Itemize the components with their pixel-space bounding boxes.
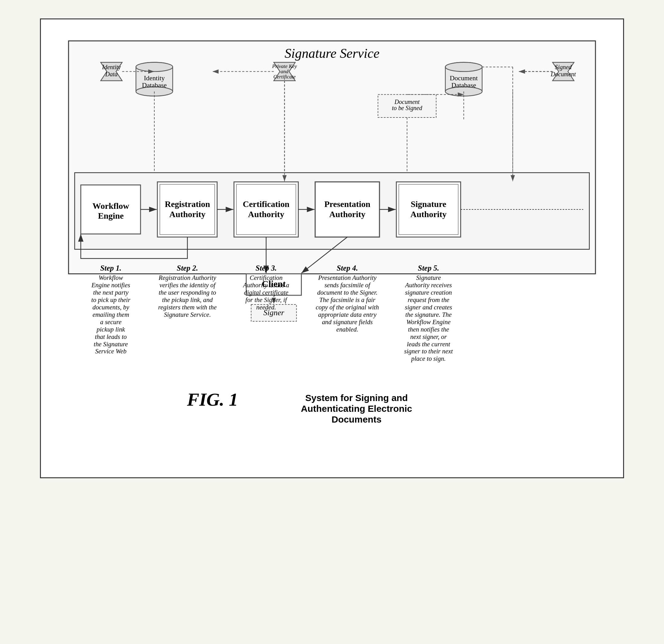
page: Signature Service Identity Data Identity… <box>40 18 624 478</box>
svg-text:Service Web: Service Web <box>95 347 127 355</box>
svg-text:that leads to: that leads to <box>95 333 127 340</box>
svg-text:then notifies the: then notifies the <box>408 326 449 333</box>
svg-text:Engine: Engine <box>98 211 124 221</box>
svg-point-24 <box>445 62 482 72</box>
svg-text:Authority receives: Authority receives <box>404 281 452 289</box>
svg-text:the next party: the next party <box>93 289 129 296</box>
svg-text:place to sign.: place to sign. <box>411 355 446 362</box>
svg-text:Certification: Certification <box>243 199 290 209</box>
svg-text:Signature: Signature <box>411 199 447 209</box>
svg-text:Authority: Authority <box>329 209 366 219</box>
svg-text:the Signature: the Signature <box>94 340 128 348</box>
svg-text:Authority issues a: Authority issues a <box>243 281 289 289</box>
svg-text:pickup link: pickup link <box>96 326 125 333</box>
svg-text:Document: Document <box>550 71 576 78</box>
svg-text:Identity: Identity <box>144 74 165 82</box>
svg-text:the pickup link, and: the pickup link, and <box>162 296 213 304</box>
svg-text:digital certificate: digital certificate <box>244 289 288 296</box>
svg-text:Database: Database <box>451 81 476 89</box>
svg-text:verifies the identity of: verifies the identity of <box>160 281 216 289</box>
svg-text:Step 4.: Step 4. <box>337 264 358 272</box>
svg-text:Documents: Documents <box>331 414 381 424</box>
svg-text:Step 5.: Step 5. <box>418 264 439 272</box>
main-diagram-svg: Signature Service Identity Data Identity… <box>65 38 599 451</box>
svg-text:Signed: Signed <box>555 64 572 71</box>
svg-text:documents, by: documents, by <box>92 304 129 311</box>
svg-text:request from the: request from the <box>408 296 449 304</box>
svg-text:Presentation Authority: Presentation Authority <box>318 274 377 281</box>
svg-text:next signer, or: next signer, or <box>410 333 447 340</box>
svg-text:System for Signing and: System for Signing and <box>305 393 408 403</box>
signature-service-title: Signature Service <box>285 46 380 61</box>
svg-text:FIG. 1: FIG. 1 <box>187 389 238 410</box>
svg-text:copy of the original with: copy of the original with <box>316 304 379 311</box>
svg-text:Workflow: Workflow <box>99 274 123 281</box>
svg-text:registers them with the: registers them with the <box>158 304 216 311</box>
svg-text:signature creation: signature creation <box>405 289 452 296</box>
svg-text:Signature: Signature <box>416 274 441 281</box>
svg-point-9 <box>136 62 173 72</box>
svg-text:and signature fields: and signature fields <box>322 318 373 326</box>
svg-text:leads the current: leads the current <box>407 340 450 348</box>
svg-text:Document: Document <box>394 98 420 105</box>
svg-text:Document: Document <box>450 74 478 82</box>
svg-text:Certification: Certification <box>250 274 283 281</box>
svg-text:Registration Authority: Registration Authority <box>158 274 216 281</box>
svg-text:to be Signed: to be Signed <box>392 105 423 112</box>
svg-text:Authenticating Electronic: Authenticating Electronic <box>301 403 412 414</box>
svg-text:emailing them: emailing them <box>92 311 129 318</box>
svg-text:Authority: Authority <box>169 209 206 219</box>
svg-text:Step 3.: Step 3. <box>255 264 277 272</box>
svg-text:a secure: a secure <box>100 318 121 326</box>
svg-text:sends facsimile of: sends facsimile of <box>324 281 371 289</box>
svg-text:Presentation: Presentation <box>324 199 370 209</box>
diagram-wrapper: Signature Service Identity Data Identity… <box>65 38 599 453</box>
svg-text:for the Signer, if: for the Signer, if <box>245 296 288 304</box>
svg-text:Signature Service.: Signature Service. <box>164 311 211 318</box>
svg-text:Step 1.: Step 1. <box>100 264 121 272</box>
svg-text:Certificate: Certificate <box>273 74 296 80</box>
svg-text:Engine notifies: Engine notifies <box>91 281 130 289</box>
svg-text:Authority: Authority <box>248 209 284 219</box>
svg-text:Data: Data <box>105 71 118 78</box>
svg-text:signer and creates: signer and creates <box>405 304 452 311</box>
svg-text:appropriate data entry: appropriate data entry <box>318 311 377 318</box>
svg-text:Database: Database <box>142 81 167 89</box>
svg-text:the signature. The: the signature. The <box>406 311 452 318</box>
svg-text:needed.: needed. <box>256 304 276 311</box>
svg-text:document to the Signer.: document to the Signer. <box>317 289 377 296</box>
svg-text:Registration: Registration <box>165 199 210 209</box>
svg-text:Authority: Authority <box>410 209 447 219</box>
svg-text:signer to their next: signer to their next <box>404 347 453 355</box>
svg-text:Step 2.: Step 2. <box>177 264 198 272</box>
svg-text:Identity: Identity <box>102 64 121 71</box>
svg-text:the user responding to: the user responding to <box>159 289 216 296</box>
svg-text:to pick up their: to pick up their <box>91 296 131 304</box>
svg-text:The facsimile is a fair: The facsimile is a fair <box>319 296 376 304</box>
svg-text:Workflow Engine: Workflow Engine <box>407 318 451 326</box>
svg-text:Workflow: Workflow <box>92 201 129 211</box>
svg-text:enabled.: enabled. <box>336 326 358 333</box>
